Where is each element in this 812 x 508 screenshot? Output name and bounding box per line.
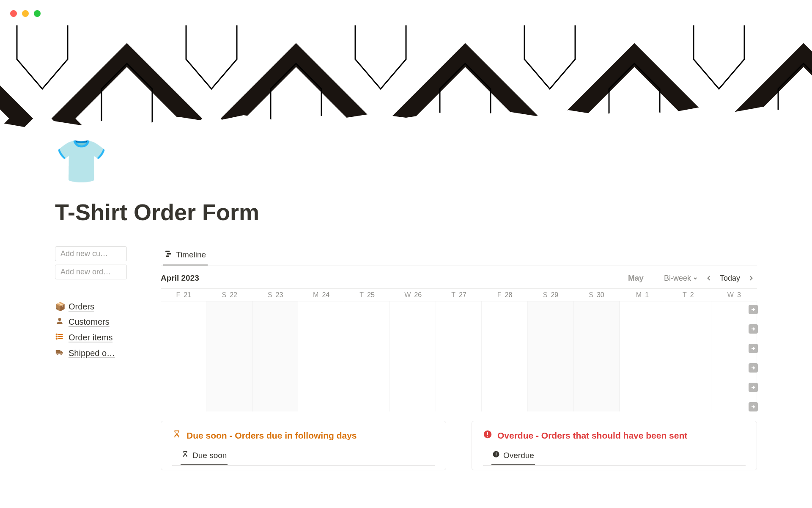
overdue-heading: Overdue - Orders that should have been s… — [483, 430, 746, 441]
nav-label: Customers — [69, 317, 110, 327]
timeline-month-secondary: May — [628, 273, 644, 283]
nav-link-shipped-orders[interactable]: Shipped o… — [55, 345, 135, 361]
svg-rect-19 — [487, 432, 488, 435]
page-title[interactable]: T-Shirt Order Form — [55, 199, 757, 225]
close-window-button[interactable] — [10, 10, 17, 17]
package-icon: 📦 — [55, 301, 64, 312]
timeline-row-scroll-right[interactable] — [749, 344, 758, 353]
svg-rect-15 — [165, 251, 170, 252]
overdue-card: Overdue - Orders that should have been s… — [472, 421, 757, 470]
view-tab-label: Timeline — [176, 250, 206, 260]
timeline-day-column[interactable] — [482, 301, 527, 411]
timeline-icon — [165, 250, 173, 260]
timeline-grid: F21S22S23M24T25W26T27F28S29S30M1T2W3 — [161, 288, 757, 411]
timeline-day-header: W3 — [711, 289, 757, 301]
svg-rect-16 — [167, 253, 171, 254]
hourglass-icon — [181, 450, 189, 460]
nav-link-customers[interactable]: Customers — [55, 314, 135, 330]
timeline-row-scroll-right[interactable] — [749, 383, 758, 392]
timeline-day-header: F28 — [482, 289, 527, 301]
minimize-window-button[interactable] — [22, 10, 29, 17]
timeline-prev-button[interactable] — [703, 272, 715, 284]
svg-point-12 — [56, 338, 58, 340]
timeline-day-column[interactable] — [161, 301, 206, 411]
timeline-day-header: F21 — [161, 289, 206, 301]
timeline-day-column[interactable] — [436, 301, 482, 411]
timeline-day-column[interactable] — [573, 301, 619, 411]
timeline-day-column[interactable] — [344, 301, 390, 411]
nav-link-order-items[interactable]: Order items — [55, 330, 135, 345]
svg-rect-22 — [496, 453, 497, 455]
timeline-day-column[interactable] — [620, 301, 665, 411]
svg-point-14 — [61, 353, 62, 355]
timeline-day-column[interactable] — [390, 301, 436, 411]
timeline-day-header: T25 — [344, 289, 390, 301]
page-icon[interactable]: 👕 — [55, 140, 108, 182]
timeline-day-header: S30 — [573, 289, 619, 301]
window-traffic-lights — [10, 10, 41, 17]
nav-label: Order items — [69, 333, 112, 342]
timeline-row-scroll-right[interactable] — [749, 363, 758, 373]
nav-label: Shipped o… — [69, 348, 115, 358]
overdue-view-tab[interactable]: Overdue — [491, 449, 535, 465]
page-cover — [0, 0, 812, 161]
list-icon — [55, 332, 64, 343]
nav-label: Orders — [69, 302, 94, 312]
svg-rect-23 — [496, 456, 497, 456]
timeline-day-header: T27 — [436, 289, 482, 301]
database-view-tabs: Timeline — [161, 246, 757, 265]
nav-link-orders[interactable]: 📦 Orders — [55, 299, 135, 314]
timeline-body[interactable] — [161, 301, 757, 411]
timeline-day-column[interactable] — [665, 301, 711, 411]
svg-point-6 — [58, 318, 61, 321]
timeline-day-header: M1 — [620, 289, 665, 301]
maximize-window-button[interactable] — [34, 10, 41, 17]
alert-icon — [483, 430, 492, 441]
add-new-customer-button[interactable]: Add new cu… — [55, 246, 127, 261]
svg-rect-20 — [487, 436, 488, 437]
timeline-day-header: S22 — [206, 289, 252, 301]
timeline-day-header: W26 — [390, 289, 436, 301]
timeline-day-column[interactable] — [528, 301, 573, 411]
timeline-header: April 2023 May Bi-week Today — [161, 265, 757, 288]
timeline-month-primary: April 2023 — [161, 273, 199, 283]
due-soon-card: Due soon - Orders due in following days … — [161, 421, 446, 470]
view-tab-timeline[interactable]: Timeline — [163, 246, 208, 265]
svg-rect-17 — [166, 256, 169, 257]
sidebar-column: Add new cu… Add new ord… 📦 Orders Custom… — [55, 246, 135, 470]
person-icon — [55, 317, 64, 327]
due-soon-view-tab[interactable]: Due soon — [181, 449, 228, 465]
due-soon-heading: Due soon - Orders due in following days — [172, 430, 435, 441]
hourglass-icon — [172, 430, 181, 441]
timeline-scale-select[interactable]: Bi-week — [661, 273, 701, 284]
chevron-down-icon — [693, 274, 698, 283]
timeline-row-scroll-right[interactable] — [749, 305, 758, 314]
timeline-day-header: T2 — [665, 289, 711, 301]
truck-icon — [55, 348, 64, 359]
timeline-day-column[interactable] — [252, 301, 298, 411]
timeline-day-column[interactable] — [206, 301, 252, 411]
svg-point-10 — [56, 334, 58, 335]
svg-point-13 — [57, 353, 58, 355]
timeline-day-column[interactable] — [298, 301, 344, 411]
timeline-row-scroll-right[interactable] — [749, 324, 758, 334]
timeline-today-button[interactable]: Today — [716, 273, 743, 284]
timeline-day-header: M24 — [298, 289, 344, 301]
timeline-day-header: S29 — [528, 289, 573, 301]
timeline-row-scroll-right[interactable] — [749, 402, 758, 411]
timeline-next-button[interactable] — [745, 272, 757, 284]
add-new-order-button[interactable]: Add new ord… — [55, 265, 127, 279]
timeline-day-header: S23 — [252, 289, 298, 301]
alert-icon — [492, 450, 500, 460]
svg-point-11 — [56, 336, 58, 337]
